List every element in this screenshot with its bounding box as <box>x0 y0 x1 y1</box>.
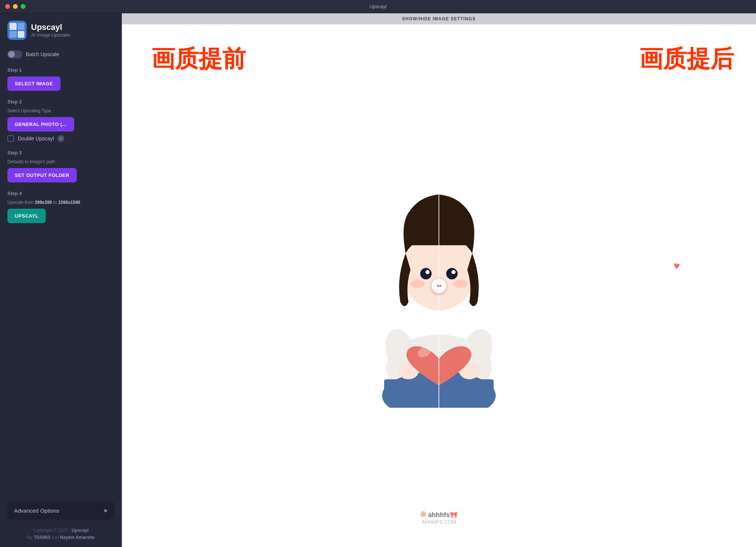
double-upscayl-label: Double Upscayl <box>18 136 54 141</box>
split-handle[interactable]: ⇔ <box>432 278 446 293</box>
toggle-knob <box>8 51 15 58</box>
step3-title: Step 3 <box>7 150 114 155</box>
split-arrow-icon: ⇔ <box>437 282 441 289</box>
scale-info: Upscale from 399x399 to 1596x1596 <box>7 200 114 205</box>
footer-author1: TGS963 <box>34 535 50 540</box>
app-name: Upscayl <box>31 23 71 32</box>
footer-brand: Upscayl <box>72 528 89 533</box>
title-bar: Upscayl <box>0 0 756 13</box>
step3-subtitle: Defaults to Image's path <box>7 159 114 164</box>
sidebar: Upscayl AI Image Upscaler Batch Upscale … <box>0 13 122 547</box>
advanced-options-label: Advanced Options <box>14 507 59 514</box>
double-upscayl-info-badge[interactable]: i <box>58 135 64 142</box>
main-layout: Upscayl AI Image Upscaler Batch Upscale … <box>0 13 756 547</box>
batch-upscale-row: Batch Upscale <box>7 50 114 58</box>
logo-text: Upscayl AI Image Upscaler <box>31 23 71 37</box>
scale-from-value: 399x399 <box>35 200 52 205</box>
close-button[interactable] <box>5 4 10 9</box>
step2-section: Step 2 Select Upscaling Type GENERAL PHO… <box>7 99 114 142</box>
after-label: 画质提后 <box>639 43 734 75</box>
advanced-options-chevron: ▶ <box>104 508 108 513</box>
footer-author2: Nayam Amarshe <box>60 535 95 540</box>
footer-line2: By TGS963 and Nayam Amarshe <box>7 534 114 541</box>
svg-point-11 <box>420 268 432 279</box>
step4-title: Step 4 <box>7 191 114 196</box>
set-output-folder-button[interactable]: SET OUTPUT FOLDER <box>7 168 77 182</box>
step1-section: Step 1 SELECT IMAGE <box>7 67 114 91</box>
window-title: Upscayl <box>370 4 386 9</box>
show-hide-settings-bar[interactable]: SHOW/HIDE IMAGE SETTINGS <box>122 13 756 24</box>
sidebar-footer: Copyright © 2022 - Upscayl By TGS963 and… <box>7 527 114 541</box>
double-upscayl-checkbox[interactable] <box>7 135 14 142</box>
svg-point-13 <box>426 270 430 274</box>
step4-section: Step 4 Upscale from 399x399 to 1596x1596… <box>7 191 114 223</box>
content-area: SHOW/HIDE IMAGE SETTINGS 画质提前 画质提后 <box>122 13 756 547</box>
svg-point-16 <box>453 280 468 288</box>
image-compare: 画质提前 画质提后 <box>122 24 756 547</box>
maximize-button[interactable] <box>21 4 25 9</box>
scale-from-text: Upscale from <box>7 200 34 205</box>
scale-to-value: 1596x1596 <box>58 200 80 205</box>
batch-upscale-label: Batch Upscale <box>26 51 59 57</box>
watermark: 🍭ahhhfs🎀 AHHHFS.COM <box>420 511 458 525</box>
double-upscayl-row: Double Upscayl i <box>7 135 114 142</box>
upscayl-button[interactable]: UPSCAYL <box>7 209 46 223</box>
app-icon <box>7 21 27 40</box>
show-hide-label: SHOW/HIDE IMAGE SETTINGS <box>402 16 475 21</box>
step1-title: Step 1 <box>7 67 114 73</box>
svg-point-12 <box>446 268 458 279</box>
select-image-button[interactable]: SELECT IMAGE <box>7 76 61 91</box>
advanced-options-panel[interactable]: Advanced Options ▶ <box>7 502 114 520</box>
step2-subtitle: Select Upscaling Type <box>7 108 114 113</box>
watermark-top: 🍭ahhhfs🎀 <box>420 511 458 519</box>
scale-to-text: to <box>53 200 58 205</box>
batch-upscale-toggle[interactable] <box>7 50 22 58</box>
before-label: 画质提前 <box>151 43 246 75</box>
footer-line1: Copyright © 2022 - Upscayl <box>7 527 114 534</box>
app-subtitle: AI Image Upscaler <box>31 32 71 38</box>
step2-title: Step 2 <box>7 99 114 105</box>
step3-section: Step 3 Defaults to Image's path SET OUTP… <box>7 150 114 182</box>
logo-area: Upscayl AI Image Upscaler <box>7 21 114 40</box>
svg-point-15 <box>410 280 425 288</box>
minimize-button[interactable] <box>13 4 18 9</box>
window-controls <box>5 4 25 9</box>
watermark-bottom: AHHHFS.COM <box>420 519 458 525</box>
upscaling-type-button[interactable]: GENERAL PHOTO (... <box>7 117 74 131</box>
svg-point-14 <box>451 270 456 274</box>
